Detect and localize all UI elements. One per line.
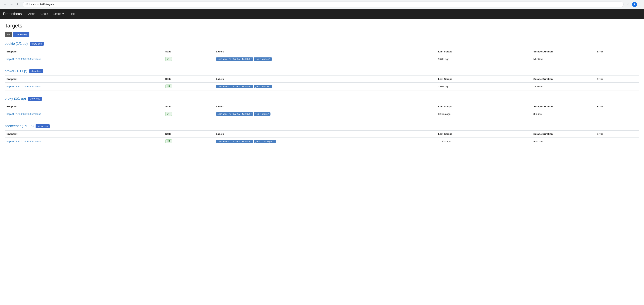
error-value bbox=[595, 138, 640, 145]
target-groups-container: bookie (1/1 up)show lessEndpointStateLab… bbox=[4, 42, 640, 145]
filter-unhealthy-button[interactable]: Unhealthy bbox=[13, 32, 30, 37]
last-scrape-value: 833ms ago bbox=[436, 110, 531, 118]
label-badge: job="zookeeper" bbox=[254, 140, 276, 143]
col-header-state: State bbox=[164, 48, 214, 55]
endpoint-link[interactable]: http://172.20.2.39:8080/metrics bbox=[6, 113, 41, 115]
last-scrape-value: 1.277s ago bbox=[436, 138, 531, 145]
lock-icon: ⓘ bbox=[26, 3, 28, 6]
back-button[interactable]: ← bbox=[2, 2, 8, 7]
target-group-title-broker: broker (1/1 up) bbox=[4, 69, 27, 73]
table-row: http://172.20.2.39:8080/metricsUPinstanc… bbox=[4, 138, 640, 145]
target-group-title-bookie: bookie (1/1 up) bbox=[4, 42, 28, 46]
target-group-bookie: bookie (1/1 up)show lessEndpointStateLab… bbox=[4, 42, 640, 63]
col-header-state: State bbox=[164, 76, 214, 83]
target-group-proxy: proxy (1/1 up)show lessEndpointStateLabe… bbox=[4, 97, 640, 118]
col-header-state: State bbox=[164, 131, 214, 138]
state-badge: UP bbox=[165, 112, 172, 116]
scrape-duration-value: 54.96ms bbox=[532, 55, 595, 63]
error-value bbox=[595, 55, 640, 63]
status-dropdown-icon: ▼ bbox=[62, 12, 64, 15]
state-badge: UP bbox=[165, 84, 172, 88]
filter-all-button[interactable]: All bbox=[4, 32, 12, 37]
alerts-link[interactable]: Alerts bbox=[26, 9, 38, 19]
col-header-last_scrape: Last Scrape bbox=[436, 131, 531, 138]
col-header-scrape_duration: Scrape Duration bbox=[532, 131, 595, 138]
col-header-state: State bbox=[164, 103, 214, 110]
label-badge: instance="172.20.2.39:8080" bbox=[216, 85, 253, 88]
page-title: Targets bbox=[4, 23, 640, 29]
target-group-title-zookeeper: zookeeper (1/1 up) bbox=[4, 124, 34, 128]
menu-dots-button[interactable]: ⋮ bbox=[638, 2, 642, 6]
col-header-endpoint: Endpoint bbox=[4, 48, 164, 55]
target-group-header-bookie: bookie (1/1 up)show less bbox=[4, 42, 640, 46]
col-header-scrape_duration: Scrape Duration bbox=[532, 76, 595, 83]
url-text: localhost:9090/targets bbox=[30, 3, 54, 6]
forward-button[interactable]: → bbox=[9, 2, 14, 7]
show-less-button-broker[interactable]: show less bbox=[29, 69, 43, 73]
col-header-last_scrape: Last Scrape bbox=[436, 48, 531, 55]
show-less-button-bookie[interactable]: show less bbox=[30, 42, 44, 46]
label-badge: instance="172.20.2.39:8080" bbox=[216, 57, 253, 61]
label-badge: job="broker" bbox=[254, 85, 272, 88]
prometheus-brand: Prometheus bbox=[3, 9, 22, 19]
table-row: http://172.20.2.39:8080/metricsUPinstanc… bbox=[4, 110, 640, 118]
endpoint-link[interactable]: http://172.20.2.39:8080/metrics bbox=[6, 85, 41, 88]
reload-button[interactable]: ↻ bbox=[16, 2, 21, 7]
scrape-duration-value: 9.042ms bbox=[532, 138, 595, 145]
status-link[interactable]: Status ▼ bbox=[51, 9, 67, 19]
bookmark-button[interactable]: ☆ bbox=[626, 2, 631, 7]
col-header-endpoint: Endpoint bbox=[4, 131, 164, 138]
state-badge: UP bbox=[165, 139, 172, 143]
col-header-last_scrape: Last Scrape bbox=[436, 103, 531, 110]
table-row: http://172.20.2.39:8080/metricsUPinstanc… bbox=[4, 83, 640, 90]
last-scrape-value: 9.61s ago bbox=[436, 55, 531, 63]
user-avatar[interactable]: A bbox=[632, 2, 637, 7]
target-group-header-proxy: proxy (1/1 up)show less bbox=[4, 97, 640, 101]
label-badge: instance="172.20.2.39:8080" bbox=[216, 112, 253, 116]
target-group-title-proxy: proxy (1/1 up) bbox=[4, 97, 26, 101]
error-value bbox=[595, 110, 640, 118]
col-header-labels: Labels bbox=[214, 48, 436, 55]
label-badge: job="bookie" bbox=[254, 57, 272, 61]
label-badge: instance="172.20.2.39:8080" bbox=[216, 140, 253, 143]
filter-buttons: All Unhealthy bbox=[4, 32, 640, 37]
col-header-labels: Labels bbox=[214, 76, 436, 83]
labels-cell: instance="172.20.2.39:8080"job="zookeepe… bbox=[216, 140, 434, 143]
target-group-header-broker: broker (1/1 up)show less bbox=[4, 69, 640, 73]
col-header-error: Error bbox=[595, 76, 640, 83]
show-less-button-proxy[interactable]: show less bbox=[28, 97, 42, 101]
col-header-labels: Labels bbox=[214, 103, 436, 110]
col-header-error: Error bbox=[595, 48, 640, 55]
col-header-scrape_duration: Scrape Duration bbox=[532, 48, 595, 55]
scrape-duration-value: 8.65ms bbox=[532, 110, 595, 118]
labels-cell: instance="172.20.2.39:8080"job="proxy" bbox=[216, 112, 434, 116]
state-badge: UP bbox=[165, 57, 172, 61]
endpoint-link[interactable]: http://172.20.2.39:8080/metrics bbox=[6, 58, 41, 60]
targets-table-proxy: EndpointStateLabelsLast ScrapeScrape Dur… bbox=[4, 103, 640, 118]
target-group-header-zookeeper: zookeeper (1/1 up)show less bbox=[4, 124, 640, 128]
targets-table-broker: EndpointStateLabelsLast ScrapeScrape Dur… bbox=[4, 75, 640, 90]
prometheus-navbar: Prometheus Alerts Graph Status ▼ Help bbox=[0, 9, 644, 19]
col-header-endpoint: Endpoint bbox=[4, 103, 164, 110]
error-value bbox=[595, 83, 640, 90]
labels-cell: instance="172.20.2.39:8080"job="broker" bbox=[216, 85, 434, 88]
address-bar[interactable]: ⓘ localhost:9090/targets bbox=[23, 1, 624, 7]
last-scrape-value: 3.97s ago bbox=[436, 83, 531, 90]
graph-link[interactable]: Graph bbox=[38, 9, 51, 19]
targets-table-zookeeper: EndpointStateLabelsLast ScrapeScrape Dur… bbox=[4, 130, 640, 145]
scrape-duration-value: 11.16ms bbox=[532, 83, 595, 90]
target-group-broker: broker (1/1 up)show lessEndpointStateLab… bbox=[4, 69, 640, 90]
browser-chrome: ← → ↻ ⓘ localhost:9090/targets ☆ A ⋮ bbox=[0, 0, 644, 9]
labels-cell: instance="172.20.2.39:8080"job="bookie" bbox=[216, 57, 434, 61]
col-header-error: Error bbox=[595, 103, 640, 110]
help-link[interactable]: Help bbox=[67, 9, 78, 19]
browser-nav-buttons: ← → ↻ bbox=[2, 2, 21, 7]
endpoint-link[interactable]: http://172.20.2.39:8080/metrics bbox=[6, 140, 41, 143]
table-row: http://172.20.2.39:8080/metricsUPinstanc… bbox=[4, 55, 640, 63]
col-header-error: Error bbox=[595, 131, 640, 138]
target-group-zookeeper: zookeeper (1/1 up)show lessEndpointState… bbox=[4, 124, 640, 145]
main-content: Targets All Unhealthy bookie (1/1 up)sho… bbox=[0, 19, 644, 155]
col-header-scrape_duration: Scrape Duration bbox=[532, 103, 595, 110]
targets-table-bookie: EndpointStateLabelsLast ScrapeScrape Dur… bbox=[4, 48, 640, 63]
show-less-button-zookeeper[interactable]: show less bbox=[36, 124, 50, 128]
